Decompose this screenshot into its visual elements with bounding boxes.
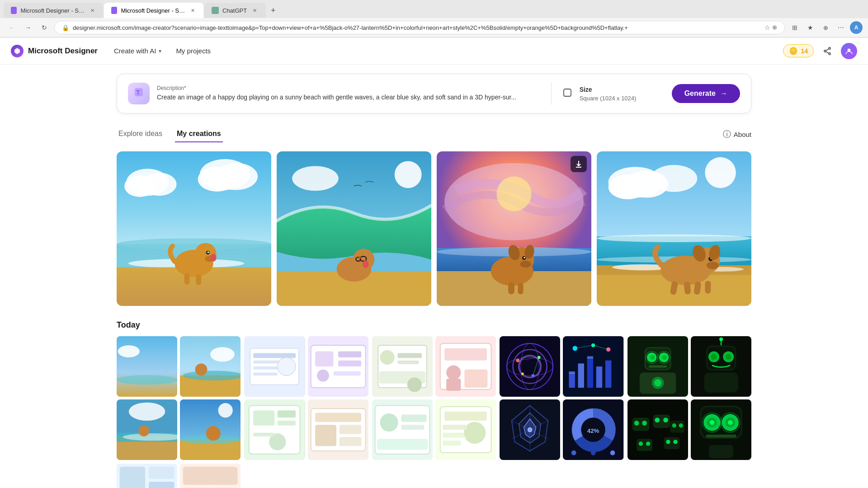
- today-img-robot-1[interactable]: [627, 336, 688, 397]
- svg-rect-244: [706, 435, 736, 438]
- size-value: Square (1024 x 1024): [580, 95, 661, 102]
- generate-label: Generate: [684, 89, 716, 98]
- svg-rect-140: [464, 370, 487, 388]
- svg-point-206: [654, 379, 661, 386]
- today-img-office2-3[interactable]: [372, 399, 433, 460]
- svg-point-199: [650, 355, 655, 360]
- tab-favicon-2: [111, 7, 117, 14]
- my-projects-nav[interactable]: My projects: [169, 43, 218, 58]
- today-img-data-3[interactable]: [500, 399, 560, 460]
- tab-explore-ideas[interactable]: Explore ideas: [117, 126, 164, 142]
- svg-rect-125: [315, 425, 336, 446]
- favorites-button[interactable]: ★: [804, 21, 816, 34]
- new-tab-button[interactable]: +: [267, 4, 279, 17]
- today-img-collage-2[interactable]: [180, 464, 241, 488]
- extension-icon[interactable]: ⊕: [772, 24, 777, 31]
- featured-image-4[interactable]: [597, 151, 751, 306]
- bookmark-icon[interactable]: ☆: [764, 24, 770, 31]
- image-overlay-1: [117, 151, 271, 306]
- today-img-data-4[interactable]: 42%: [563, 399, 623, 460]
- tab-close-2[interactable]: ✕: [189, 6, 196, 14]
- svg-point-82: [117, 375, 177, 385]
- tab-favicon-3: [212, 7, 219, 14]
- user-avatar[interactable]: [841, 43, 857, 59]
- svg-point-113: [317, 370, 329, 382]
- today-img-office2-2[interactable]: [435, 336, 496, 397]
- tab-close-1[interactable]: ✕: [89, 6, 96, 14]
- svg-point-97: [218, 403, 233, 418]
- collections-button[interactable]: ⊕: [819, 21, 832, 34]
- tab-3[interactable]: ChatGPT ✕: [204, 3, 266, 18]
- today-img-data-2[interactable]: [563, 336, 623, 397]
- image-overlay-2: [277, 151, 431, 306]
- about-button[interactable]: ⓘ About: [723, 129, 751, 140]
- today-img-office-1[interactable]: [244, 336, 305, 397]
- svg-line-6: [826, 52, 829, 53]
- share-button[interactable]: [819, 43, 835, 59]
- tab-1[interactable]: Microsoft Designer - Stunning ✕: [4, 3, 103, 18]
- svg-point-1: [16, 50, 19, 52]
- svg-point-150: [464, 422, 486, 444]
- featured-image-3[interactable]: [437, 151, 591, 306]
- svg-rect-170: [596, 366, 602, 388]
- lock-icon: 🔒: [62, 24, 69, 31]
- tab-2[interactable]: Microsoft Designer - Stunning ✕: [104, 3, 203, 18]
- description-text-wrap: Description* Create an image of a happy …: [157, 85, 540, 102]
- today-img-office-2[interactable]: [308, 336, 368, 397]
- size-checkbox-icon[interactable]: [562, 88, 572, 100]
- tab-label-1: Microsoft Designer - Stunning: [20, 7, 85, 14]
- today-img-robot-3[interactable]: [627, 399, 688, 460]
- coins-badge[interactable]: 🪙 14: [783, 44, 814, 57]
- today-img-robot-4[interactable]: [691, 399, 751, 460]
- svg-point-95: [138, 426, 149, 436]
- featured-image-1[interactable]: [117, 151, 271, 306]
- browser-profile[interactable]: A: [850, 21, 863, 34]
- create-with-ai-nav[interactable]: Create with AI ▾: [107, 43, 169, 58]
- featured-image-2[interactable]: [277, 151, 431, 306]
- reload-button[interactable]: ↻: [38, 21, 51, 34]
- today-img-office2-1[interactable]: [372, 336, 433, 397]
- today-img-collage-1[interactable]: [117, 464, 177, 488]
- description-label: Description*: [157, 85, 540, 91]
- forward-button[interactable]: →: [22, 21, 34, 34]
- today-img-beach-4[interactable]: [180, 399, 241, 460]
- today-img-beach-2[interactable]: [180, 336, 241, 397]
- address-bar[interactable]: 🔒 designer.microsoft.com/image-creator?s…: [54, 21, 785, 34]
- svg-point-222: [655, 418, 660, 422]
- svg-rect-117: [254, 410, 275, 426]
- browser-menu-button[interactable]: ⋯: [835, 21, 847, 34]
- today-img-office-4[interactable]: [308, 399, 368, 460]
- image-overlay-4: [597, 151, 751, 306]
- svg-rect-10: [564, 89, 571, 96]
- svg-point-219: [634, 421, 639, 426]
- about-label: About: [734, 131, 751, 138]
- description-value[interactable]: Create an image of a happy dog playing o…: [157, 93, 540, 102]
- tab-label-2: Microsoft Designer - Stunning: [121, 7, 186, 14]
- svg-rect-106: [254, 373, 278, 376]
- svg-rect-114: [333, 371, 360, 375]
- svg-line-5: [826, 49, 829, 51]
- tab-my-creations[interactable]: My creations: [175, 126, 223, 142]
- logo-section: Microsoft Designer: [11, 45, 98, 57]
- svg-rect-127: [339, 437, 361, 446]
- today-group-office-1: [244, 336, 368, 460]
- today-img-office-3[interactable]: [244, 399, 305, 460]
- today-img-beach-3[interactable]: [117, 399, 177, 460]
- today-img-beach-1[interactable]: [117, 336, 177, 397]
- today-img-robot-2[interactable]: [691, 336, 751, 397]
- svg-point-212: [711, 354, 717, 360]
- size-label: Size: [580, 86, 661, 93]
- svg-rect-149: [444, 412, 487, 421]
- tab-close-3[interactable]: ✕: [250, 6, 259, 14]
- generate-button[interactable]: Generate →: [672, 84, 740, 103]
- today-img-office2-4[interactable]: [435, 399, 496, 460]
- back-button[interactable]: ←: [5, 21, 18, 34]
- svg-rect-253: [183, 467, 238, 485]
- today-img-data-1[interactable]: [500, 336, 560, 397]
- svg-point-193: [610, 450, 615, 455]
- svg-rect-111: [338, 352, 361, 357]
- svg-rect-118: [278, 410, 296, 418]
- svg-point-143: [380, 413, 398, 432]
- svg-rect-230: [664, 437, 679, 449]
- extensions-button[interactable]: ⊞: [788, 21, 801, 34]
